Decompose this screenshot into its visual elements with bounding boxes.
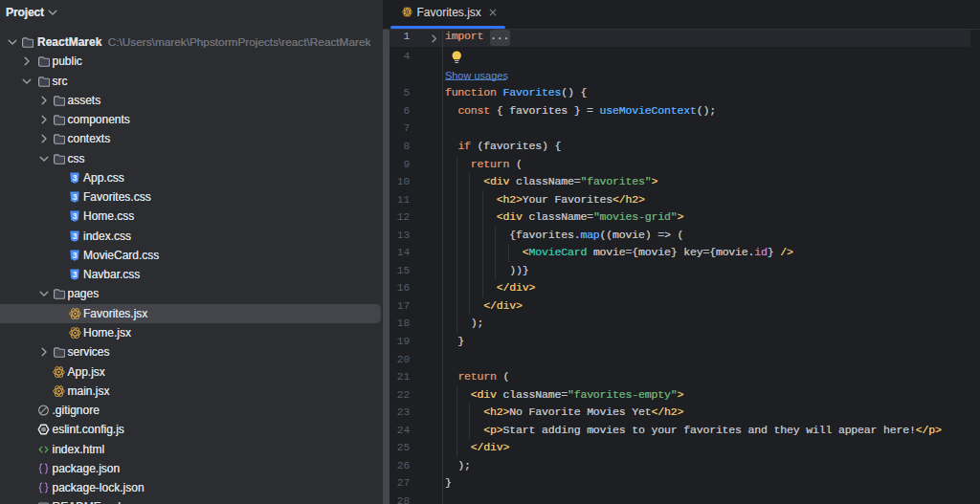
svg-text:3: 3	[72, 192, 77, 202]
svg-text:3: 3	[72, 211, 77, 221]
svg-text:3: 3	[72, 230, 77, 240]
svg-text:3: 3	[72, 173, 77, 183]
svg-text:3: 3	[72, 270, 77, 279]
svg-text:3: 3	[72, 251, 77, 260]
